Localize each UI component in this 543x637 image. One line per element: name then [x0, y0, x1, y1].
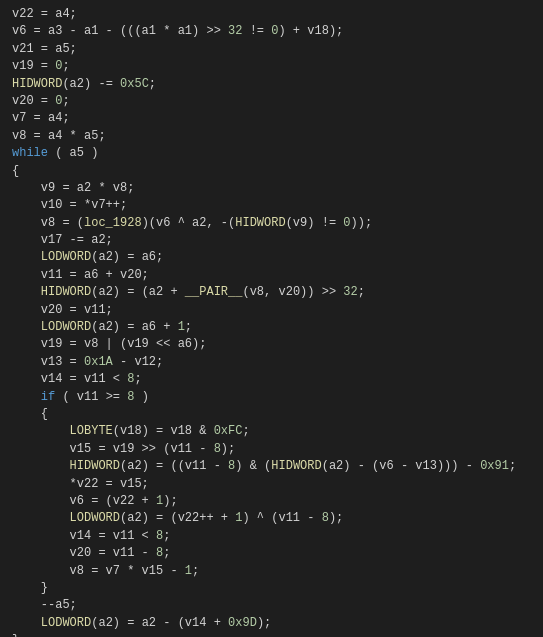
code-line: HIDWORD(a2) = ((v11 - 8) & (HIDWORD(a2) … [0, 458, 543, 475]
code-line: v6 = (v22 + 1); [0, 493, 543, 510]
code-line: LODWORD(a2) = a6 + 1; [0, 319, 543, 336]
code-line: v8 = (loc_1928)(v6 ^ a2, -(HIDWORD(v9) !… [0, 215, 543, 232]
code-line: } [0, 580, 543, 597]
code-line: HIDWORD(a2) = (a2 + __PAIR__(v8, v20)) >… [0, 284, 543, 301]
code-line: v6 = a3 - a1 - (((a1 * a1) >> 32 != 0) +… [0, 23, 543, 40]
code-line: v20 = v11; [0, 302, 543, 319]
code-line: v13 = 0x1A - v12; [0, 354, 543, 371]
code-line: v22 = a4; [0, 6, 543, 23]
code-line: v17 -= a2; [0, 232, 543, 249]
code-line: v19 = v8 | (v19 << a6); [0, 336, 543, 353]
code-line: --a5; [0, 597, 543, 614]
code-line: v8 = v7 * v15 - 1; [0, 563, 543, 580]
code-line: HIDWORD(a2) -= 0x5C; [0, 76, 543, 93]
code-line: v14 = v11 < 8; [0, 528, 543, 545]
code-line: v21 = a5; [0, 41, 543, 58]
code-line: v20 = v11 - 8; [0, 545, 543, 562]
code-line: v9 = a2 * v8; [0, 180, 543, 197]
code-line: v8 = a4 * a5; [0, 128, 543, 145]
code-line: v7 = a4; [0, 110, 543, 127]
code-line: v10 = *v7++; [0, 197, 543, 214]
code-line: v11 = a6 + v20; [0, 267, 543, 284]
code-line: v14 = v11 < 8; [0, 371, 543, 388]
code-line: { [0, 406, 543, 423]
code-line: while ( a5 ) [0, 145, 543, 162]
code-line: v20 = 0; [0, 93, 543, 110]
code-line: if ( v11 >= 8 ) [0, 389, 543, 406]
code-line: v19 = 0; [0, 58, 543, 75]
code-line: { [0, 163, 543, 180]
code-line: LODWORD(a2) = a6; [0, 249, 543, 266]
code-line: LOBYTE(v18) = v18 & 0xFC; [0, 423, 543, 440]
code-line: LODWORD(a2) = (v22++ + 1) ^ (v11 - 8); [0, 510, 543, 527]
code-line: LODWORD(a2) = a2 - (v14 + 0x9D); [0, 615, 543, 632]
code-line: } [0, 632, 543, 637]
code-viewer: v22 = a4;v6 = a3 - a1 - (((a1 * a1) >> 3… [0, 0, 543, 637]
code-line: *v22 = v15; [0, 476, 543, 493]
code-line: v15 = v19 >> (v11 - 8); [0, 441, 543, 458]
